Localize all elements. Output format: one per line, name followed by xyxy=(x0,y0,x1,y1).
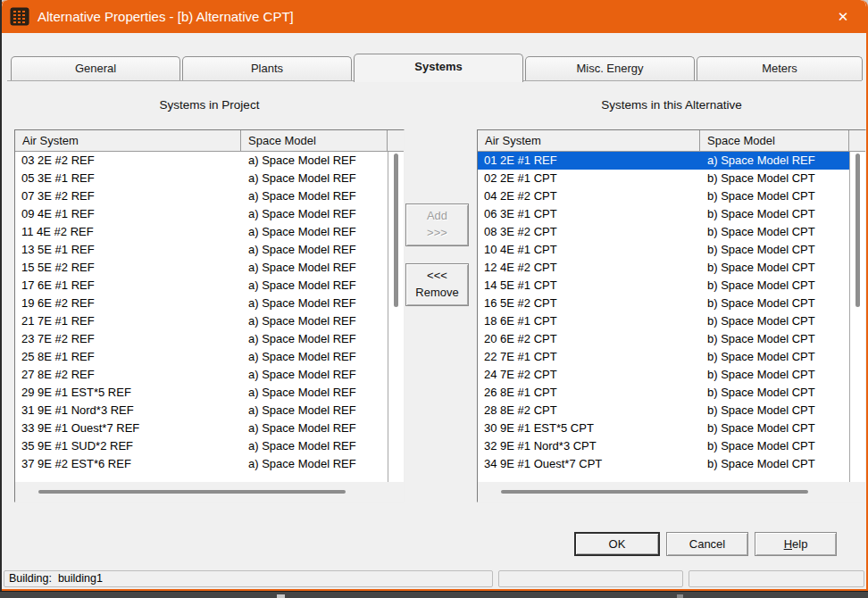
list-item[interactable]: 23 7E #2 REFa) Space Model REF xyxy=(15,330,388,348)
list-item[interactable]: 24 7E #2 CPTb) Space Model CPT xyxy=(478,366,849,384)
list-item[interactable]: 16 5E #2 CPTb) Space Model CPT xyxy=(478,295,849,312)
status-panel-building: Building: building1 xyxy=(4,570,493,587)
space-model-cell: b) Space Model CPT xyxy=(700,384,849,402)
space-model-cell: a) Space Model REF xyxy=(700,152,849,170)
column-header-air-system[interactable]: Air System xyxy=(478,130,700,151)
space-model-cell: a) Space Model REF xyxy=(241,170,388,187)
add-button-arrows: >>> xyxy=(427,225,447,242)
systems-in-alternative-list: Air System Space Model 01 2E #1 REFa) Sp… xyxy=(477,129,866,502)
list-item[interactable]: 27 8E #2 REFa) Space Model REF xyxy=(15,366,388,384)
air-system-cell: 07 3E #2 REF xyxy=(15,187,241,205)
space-model-cell: b) Space Model CPT xyxy=(700,241,849,259)
list-item[interactable]: 07 3E #2 REFa) Space Model REF xyxy=(15,187,388,205)
air-system-cell: 10 4E #1 CPT xyxy=(478,241,700,259)
tab-systems[interactable]: Systems xyxy=(354,54,523,82)
help-button[interactable]: Help xyxy=(755,532,837,556)
column-header-space-model[interactable]: Space Model xyxy=(700,130,849,151)
list-item[interactable]: 02 2E #1 CPTb) Space Model CPT xyxy=(478,170,849,187)
vertical-scrollbar[interactable] xyxy=(388,152,404,482)
air-system-cell: 23 7E #2 REF xyxy=(15,330,241,348)
list-item[interactable]: 33 9E #1 Ouest*7 REFa) Space Model REF xyxy=(15,419,388,437)
list-rows: 01 2E #1 REFa) Space Model REF02 2E #1 C… xyxy=(478,152,849,482)
horizontal-scrollbar-thumb[interactable] xyxy=(501,490,808,494)
space-model-cell: b) Space Model CPT xyxy=(700,277,849,295)
building-icon xyxy=(10,7,29,26)
list-item[interactable]: 01 2E #1 REFa) Space Model REF xyxy=(478,152,849,170)
vertical-scrollbar-thumb[interactable] xyxy=(394,154,398,307)
air-system-cell: 22 7E #1 CPT xyxy=(478,348,700,366)
vertical-scrollbar-thumb[interactable] xyxy=(855,154,860,307)
list-item[interactable]: 19 6E #2 REFa) Space Model REF xyxy=(15,295,388,312)
list-item[interactable]: 34 9E #1 Ouest*7 CPTb) Space Model CPT xyxy=(478,455,849,473)
list-item[interactable]: 09 4E #1 REFa) Space Model REF xyxy=(15,205,388,223)
cancel-button[interactable]: Cancel xyxy=(666,532,748,556)
list-item[interactable]: 06 3E #1 CPTb) Space Model CPT xyxy=(478,205,849,223)
horizontal-scrollbar[interactable] xyxy=(478,482,865,501)
list-item[interactable]: 05 3E #1 REFa) Space Model REF xyxy=(15,170,388,187)
ok-button[interactable]: OK xyxy=(574,532,660,556)
list-item[interactable]: 17 6E #1 REFa) Space Model REF xyxy=(15,277,388,295)
status-bar: Building: building1 xyxy=(2,569,866,589)
air-system-cell: 17 6E #1 REF xyxy=(15,277,241,295)
list-item[interactable]: 04 2E #2 CPTb) Space Model CPT xyxy=(478,187,849,205)
space-model-cell: b) Space Model CPT xyxy=(700,419,849,437)
list-item[interactable]: 11 4E #2 REFa) Space Model REF xyxy=(15,223,388,241)
air-system-cell: 34 9E #1 Ouest*7 CPT xyxy=(478,455,700,473)
list-item[interactable]: 26 8E #1 CPTb) Space Model CPT xyxy=(478,384,849,402)
header-scrollbar-stub xyxy=(388,130,404,151)
air-system-cell: 04 2E #2 CPT xyxy=(478,187,700,205)
tab-misc-energy[interactable]: Misc. Energy xyxy=(525,56,695,80)
space-model-cell: a) Space Model REF xyxy=(241,259,388,277)
space-model-cell: a) Space Model REF xyxy=(241,205,388,223)
list-item[interactable]: 37 9E #2 EST*6 REFa) Space Model REF xyxy=(15,455,388,473)
list-item[interactable]: 22 7E #1 CPTb) Space Model CPT xyxy=(478,348,849,366)
list-item[interactable]: 08 3E #2 CPTb) Space Model CPT xyxy=(478,223,849,241)
list-item[interactable]: 13 5E #1 REFa) Space Model REF xyxy=(15,241,388,259)
list-item[interactable]: 29 9E #1 EST*5 REFa) Space Model REF xyxy=(15,384,388,402)
list-item[interactable]: 15 5E #2 REFa) Space Model REF xyxy=(15,259,388,277)
horizontal-scrollbar-thumb[interactable] xyxy=(38,490,346,494)
list-item[interactable]: 32 9E #1 Nord*3 CPTb) Space Model CPT xyxy=(478,437,849,455)
list-item[interactable]: 21 7E #1 REFa) Space Model REF xyxy=(15,312,388,330)
tab-plants[interactable]: Plants xyxy=(182,56,352,80)
vertical-scrollbar[interactable] xyxy=(849,152,865,482)
list-item[interactable]: 20 6E #2 CPTb) Space Model CPT xyxy=(478,330,849,348)
air-system-cell: 35 9E #1 SUD*2 REF xyxy=(15,437,241,455)
window-title: Alternative Properties - [b) Alternative… xyxy=(38,0,294,33)
building-status-text: Building: building1 xyxy=(4,571,492,586)
cancel-button-label: Cancel xyxy=(689,537,725,551)
list-item[interactable]: 28 8E #2 CPTb) Space Model CPT xyxy=(478,402,849,419)
column-header-air-system[interactable]: Air System xyxy=(15,130,241,151)
list-item[interactable]: 14 5E #1 CPTb) Space Model CPT xyxy=(478,277,849,295)
air-system-cell: 06 3E #1 CPT xyxy=(478,205,700,223)
air-system-cell: 24 7E #2 CPT xyxy=(478,366,700,384)
remove-button[interactable]: <<< Remove xyxy=(405,263,469,306)
remove-button-label: Remove xyxy=(415,285,458,302)
list-item[interactable]: 12 4E #2 CPTb) Space Model CPT xyxy=(478,259,849,277)
list-item[interactable]: 35 9E #1 SUD*2 REFa) Space Model REF xyxy=(15,437,388,455)
tab-meters[interactable]: Meters xyxy=(697,56,863,80)
space-model-cell: a) Space Model REF xyxy=(241,295,388,312)
list-item[interactable]: 18 6E #1 CPTb) Space Model CPT xyxy=(478,312,849,330)
help-button-label: elp xyxy=(792,537,807,551)
alternative-properties-dialog: Alternative Properties - [b) Alternative… xyxy=(0,0,868,591)
right-panel-title: Systems in this Alternative xyxy=(477,98,866,112)
list-item[interactable]: 10 4E #1 CPTb) Space Model CPT xyxy=(478,241,849,259)
horizontal-scrollbar[interactable] xyxy=(15,482,404,501)
air-system-cell: 26 8E #1 CPT xyxy=(478,384,700,402)
air-system-cell: 25 8E #1 REF xyxy=(15,348,241,366)
air-system-cell: 32 9E #1 Nord*3 CPT xyxy=(478,437,700,455)
add-button-label: Add xyxy=(427,208,447,225)
add-button[interactable]: Add >>> xyxy=(405,203,469,246)
list-item[interactable]: 03 2E #2 REFa) Space Model REF xyxy=(15,152,388,170)
list-item[interactable]: 25 8E #1 REFa) Space Model REF xyxy=(15,348,388,366)
list-item[interactable]: 30 9E #1 EST*5 CPTb) Space Model CPT xyxy=(478,419,849,437)
status-panel-2 xyxy=(498,570,683,587)
air-system-cell: 12 4E #2 CPT xyxy=(478,259,700,277)
air-system-cell: 14 5E #1 CPT xyxy=(478,277,700,295)
column-header-space-model[interactable]: Space Model xyxy=(241,130,388,151)
list-item[interactable]: 31 9E #1 Nord*3 REFa) Space Model REF xyxy=(15,402,388,419)
close-button[interactable]: ✕ xyxy=(825,0,861,33)
air-system-cell: 18 6E #1 CPT xyxy=(478,312,700,330)
tab-general[interactable]: General xyxy=(11,56,180,80)
